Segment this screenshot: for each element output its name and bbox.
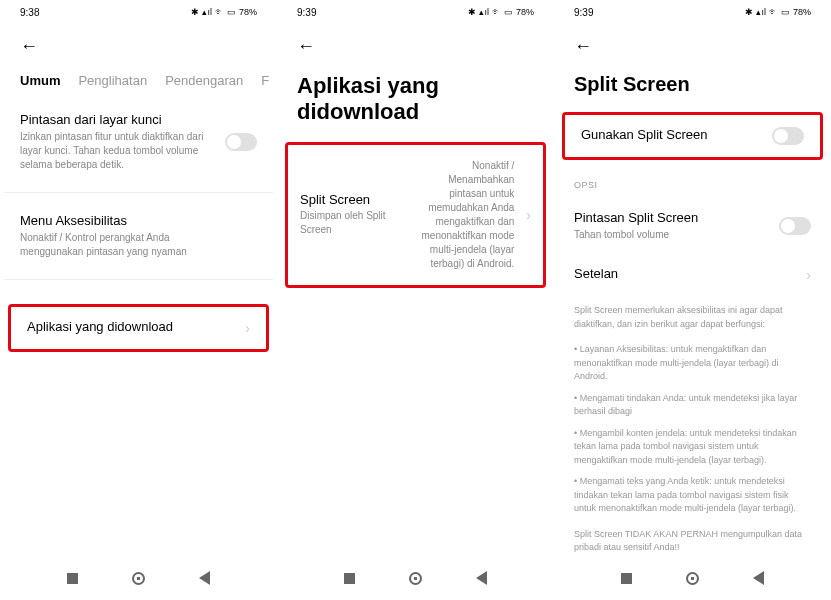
battery-percent: 78%	[793, 7, 811, 17]
accessibility-title: Menu Aksesibilitas	[20, 213, 257, 228]
wifi-icon: ᯤ	[492, 7, 501, 17]
settings-item[interactable]: Setelan ›	[558, 254, 827, 296]
status-icons: ✱ ▴ıl ᯤ ▭ 78%	[468, 7, 534, 17]
status-time: 9:38	[20, 7, 39, 18]
split-shortcut-title: Pintasan Split Screen	[574, 210, 811, 225]
info-bullet-2: • Mengamati tindakan Anda: untuk mendete…	[558, 388, 827, 423]
info-text-1: Split Screen memerlukan aksesibilitas in…	[558, 296, 827, 339]
split-screen-item[interactable]: Split Screen Disimpan oleh Split Screen …	[288, 145, 543, 285]
screen-1-accessibility: 9:38 ✱ ▴ıl ᯤ ▭ 78% ← Umum Penglihatan Pe…	[0, 0, 277, 600]
nav-home[interactable]	[132, 572, 145, 585]
content-area: Gunakan Split Screen OPSI Pintasan Split…	[554, 112, 831, 556]
split-shortcut-item[interactable]: Pintasan Split Screen Tahan tombol volum…	[558, 198, 827, 254]
status-time: 9:39	[574, 7, 593, 18]
split-subtitle: Disimpan oleh Split Screen	[300, 209, 400, 237]
nav-back[interactable]	[476, 571, 487, 585]
nav-recents[interactable]	[344, 573, 355, 584]
wifi-icon: ᯤ	[769, 7, 778, 17]
tab-pendengaran[interactable]: Pendengaran	[165, 73, 243, 88]
wifi-icon: ᯤ	[215, 7, 224, 17]
nav-bar	[277, 556, 554, 600]
signal-icon: ▴ıl	[479, 7, 489, 17]
nav-home[interactable]	[409, 572, 422, 585]
bluetooth-icon: ✱	[745, 7, 753, 17]
nav-bar	[0, 556, 277, 600]
page-title: Split Screen	[554, 65, 831, 112]
accessibility-menu-item[interactable]: Menu Aksesibilitas Nonaktif / Kontrol pe…	[4, 201, 273, 271]
chevron-icon: ›	[245, 320, 250, 336]
nav-back[interactable]	[199, 571, 210, 585]
lock-shortcut-toggle[interactable]	[225, 133, 257, 151]
split-desc: Nonaktif / Menambahkan pintasan untuk me…	[412, 159, 514, 271]
nav-recents[interactable]	[621, 573, 632, 584]
battery-percent: 78%	[516, 7, 534, 17]
battery-icon: ▭	[504, 7, 513, 17]
lock-shortcut-item[interactable]: Pintasan dari layar kunci Izinkan pintas…	[4, 100, 273, 184]
tabs: Umum Penglihatan Pendengaran F	[0, 65, 277, 100]
divider	[4, 279, 273, 280]
info-bullet-1: • Layanan Aksesibilitas: untuk mengaktif…	[558, 339, 827, 388]
signal-icon: ▴ıl	[202, 7, 212, 17]
nav-bar	[554, 556, 831, 600]
tab-umum[interactable]: Umum	[20, 73, 60, 88]
status-bar: 9:39 ✱ ▴ıl ᯤ ▭ 78%	[554, 0, 831, 24]
screen-2-downloaded: 9:39 ✱ ▴ıl ᯤ ▭ 78% ← Aplikasi yang didow…	[277, 0, 554, 600]
highlight-downloaded: Aplikasi yang didownload ›	[8, 304, 269, 352]
highlight-use-split: Gunakan Split Screen	[562, 112, 823, 160]
page-title: Aplikasi yang didownload	[277, 65, 554, 142]
split-shortcut-toggle[interactable]	[779, 217, 811, 235]
chevron-icon: ›	[806, 267, 811, 283]
status-bar: 9:38 ✱ ▴ıl ᯤ ▭ 78%	[0, 0, 277, 24]
tab-f[interactable]: F	[261, 73, 269, 88]
accessibility-desc: Nonaktif / Kontrol perangkat Anda menggu…	[20, 231, 257, 259]
downloaded-apps-item[interactable]: Aplikasi yang didownload ›	[11, 307, 266, 349]
status-icons: ✱ ▴ıl ᯤ ▭ 78%	[191, 7, 257, 17]
content-area: Pintasan dari layar kunci Izinkan pintas…	[0, 100, 277, 556]
bluetooth-icon: ✱	[191, 7, 199, 17]
screen-3-splitscreen: 9:39 ✱ ▴ıl ᯤ ▭ 78% ← Split Screen Gunaka…	[554, 0, 831, 600]
battery-icon: ▭	[227, 7, 236, 17]
use-split-toggle[interactable]	[772, 127, 804, 145]
chevron-icon: ›	[526, 207, 531, 223]
status-time: 9:39	[297, 7, 316, 18]
info-text-2: Split Screen TIDAK AKAN PERNAH mengumpul…	[558, 520, 827, 557]
info-bullet-4: • Mengamati teks yang Anda ketik: untuk …	[558, 471, 827, 520]
use-split-item[interactable]: Gunakan Split Screen	[565, 115, 820, 157]
lock-shortcut-desc: Izinkan pintasan fitur untuk diaktifkan …	[20, 130, 257, 172]
battery-percent: 78%	[239, 7, 257, 17]
nav-home[interactable]	[686, 572, 699, 585]
back-button[interactable]: ←	[277, 24, 554, 65]
status-icons: ✱ ▴ıl ᯤ ▭ 78%	[745, 7, 811, 17]
back-button[interactable]: ←	[554, 24, 831, 65]
settings-title: Setelan	[574, 266, 811, 281]
info-bullet-3: • Mengambil konten jendela: untuk mendet…	[558, 423, 827, 472]
back-button[interactable]: ←	[0, 24, 277, 65]
signal-icon: ▴ıl	[756, 7, 766, 17]
tab-penglihatan[interactable]: Penglihatan	[78, 73, 147, 88]
opsi-label: OPSI	[558, 160, 827, 198]
status-bar: 9:39 ✱ ▴ıl ᯤ ▭ 78%	[277, 0, 554, 24]
split-title: Split Screen	[300, 192, 400, 207]
nav-back[interactable]	[753, 571, 764, 585]
battery-icon: ▭	[781, 7, 790, 17]
nav-recents[interactable]	[67, 573, 78, 584]
downloaded-title: Aplikasi yang didownload	[27, 319, 250, 334]
highlight-splitscreen: Split Screen Disimpan oleh Split Screen …	[285, 142, 546, 288]
split-shortcut-desc: Tahan tombol volume	[574, 228, 811, 242]
lock-shortcut-title: Pintasan dari layar kunci	[20, 112, 257, 127]
divider	[4, 192, 273, 193]
content-area: Split Screen Disimpan oleh Split Screen …	[277, 142, 554, 556]
use-split-title: Gunakan Split Screen	[581, 127, 804, 142]
bluetooth-icon: ✱	[468, 7, 476, 17]
